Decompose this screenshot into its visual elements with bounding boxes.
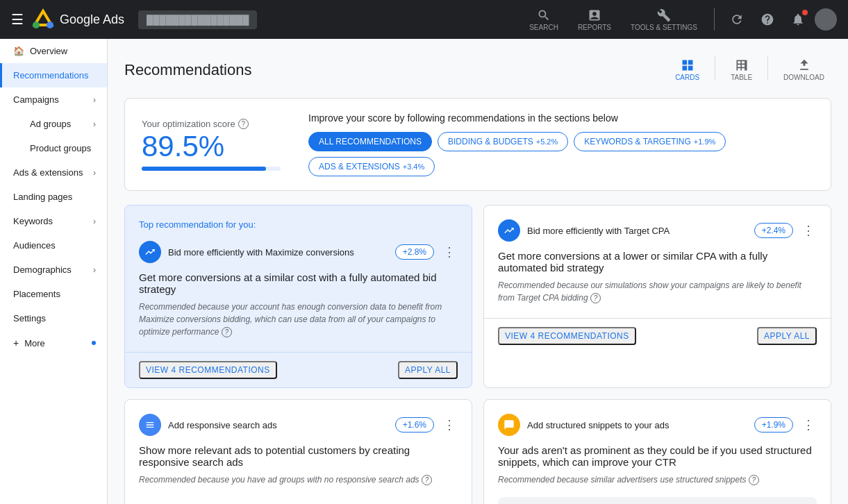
sidebar-item-campaigns[interactable]: Campaigns ›	[0, 87, 107, 112]
help-btn[interactable]	[754, 6, 781, 33]
sidebar-item-ad-groups[interactable]: Ad groups ›	[0, 112, 107, 136]
score-value: 89.5%	[142, 132, 281, 161]
tools-nav-btn[interactable]: TOOLS & SETTINGS	[622, 6, 706, 34]
page-header: Recommendations CARDS TABLE DOWNLOAD	[124, 56, 831, 84]
rec-right-bottom-desc: Recommended because similar advertisers …	[498, 473, 817, 486]
google-ads-logo: Google Ads	[32, 8, 124, 31]
sidebar-placements-label: Placements	[13, 289, 60, 299]
rec-left-bottom-header: Add responsive search ads +1.6% ⋮	[139, 414, 458, 436]
rec-right-top-help[interactable]: ?	[590, 293, 601, 303]
rec-left-top-apply-btn[interactable]: APPLY ALL	[398, 361, 458, 379]
sidebar-item-product-groups[interactable]: Product groups	[0, 136, 107, 160]
download-btn[interactable]: DOWNLOAD	[776, 56, 831, 84]
score-label: Your optimization score ?	[142, 119, 281, 129]
rec-right-top-desc: Recommended because our simulations show…	[498, 279, 817, 304]
sidebar-item-demographics[interactable]: Demographics ›	[0, 258, 107, 282]
filter-keywords-label: KEYWORDS & TARGETING	[584, 137, 691, 146]
rec-left-top-badge: +2.8%	[395, 244, 434, 260]
rec-card-right-bottom: Add structured snippets to your ads +1.9…	[483, 399, 831, 504]
sidebar-recommendations-label: Recommendations	[13, 70, 88, 81]
reports-label: REPORTS	[578, 24, 611, 31]
top-recommendation-label: Top recommendation for you:	[139, 219, 458, 230]
reports-nav-btn[interactable]: REPORTS	[570, 6, 620, 34]
table-label: TABLE	[731, 74, 752, 81]
score-section: Your optimization score ? 89.5% Improve …	[124, 98, 831, 191]
table-view-btn[interactable]: TABLE	[724, 56, 759, 84]
campaigns-chevron: ›	[93, 95, 96, 105]
rec-right-bottom-header: Add structured snippets to your ads +1.9…	[498, 414, 817, 436]
rec-left-top-title: Bid more efficiently with Maximize conve…	[168, 247, 388, 258]
keywords-chevron: ›	[93, 217, 96, 226]
filter-all-label: ALL RECOMMENDATIONS	[319, 137, 422, 146]
sidebar-ads-extensions-label: Ads & extensions	[13, 167, 83, 178]
refresh-btn[interactable]	[723, 6, 751, 33]
rec-left-bottom-menu[interactable]: ⋮	[441, 417, 458, 433]
sidebar-item-landing-pages[interactable]: Landing pages	[0, 185, 107, 209]
svg-point-1	[33, 22, 40, 28]
recommendations-grid: Top recommendation for you: Bid more eff…	[124, 205, 831, 504]
sidebar-ad-groups-label: Ad groups	[30, 119, 71, 129]
account-selector[interactable]: ████████████████	[138, 10, 257, 29]
view-divider	[715, 56, 715, 81]
rec-right-top-view-btn[interactable]: VIEW 4 RECOMMENDATIONS	[498, 327, 636, 345]
svg-point-2	[47, 22, 53, 28]
main-content: Recommendations CARDS TABLE DOWNLOAD You…	[108, 39, 848, 504]
rec-left-top-view-btn[interactable]: VIEW 4 RECOMMENDATIONS	[139, 361, 277, 379]
score-description: Improve your score by following recommen…	[308, 112, 814, 124]
filter-bidding-badge: +5.2%	[536, 137, 558, 146]
demographics-chevron: ›	[93, 265, 96, 275]
search-nav-btn[interactable]: SEARCH	[521, 6, 567, 34]
sidebar-demographics-label: Demographics	[13, 264, 72, 275]
rec-right-bottom-title: Add structured snippets to your ads	[527, 420, 747, 430]
page-title: Recommendations	[124, 61, 668, 79]
sidebar-overview-label: Overview	[30, 46, 67, 56]
top-nav-icons: SEARCH REPORTS TOOLS & SETTINGS	[521, 6, 837, 34]
filter-all-btn[interactable]: ALL RECOMMENDATIONS	[308, 132, 432, 151]
snippet-preview	[498, 497, 817, 504]
rec-left-top-help[interactable]: ?	[222, 327, 232, 337]
rec-left-top-icon	[139, 241, 161, 263]
user-avatar[interactable]	[815, 8, 837, 31]
sidebar-more-label: More	[24, 338, 45, 348]
cards-view-btn[interactable]: CARDS	[668, 56, 706, 84]
download-label: DOWNLOAD	[783, 74, 824, 81]
sidebar-product-groups-label: Product groups	[30, 143, 91, 153]
filter-keywords-btn[interactable]: KEYWORDS & TARGETING +1.9%	[574, 132, 726, 151]
rec-right-top-menu[interactable]: ⋮	[800, 222, 817, 239]
rec-right-top-apply-btn[interactable]: APPLY ALL	[757, 327, 817, 345]
sidebar-item-audiences[interactable]: Audiences	[0, 233, 107, 258]
header-actions: CARDS TABLE DOWNLOAD	[668, 56, 831, 84]
score-help-icon[interactable]: ?	[238, 119, 249, 129]
rec-left-bottom-title: Add responsive search ads	[168, 420, 388, 430]
plus-icon: +	[13, 337, 19, 348]
sidebar-item-keywords[interactable]: Keywords ›	[0, 209, 107, 233]
sidebar-item-more[interactable]: + More	[0, 330, 107, 355]
filter-bidding-btn[interactable]: BIDDING & BUDGETS +5.2%	[438, 132, 568, 151]
sidebar-item-placements[interactable]: Placements	[0, 282, 107, 306]
rec-left-bottom-help[interactable]: ?	[422, 475, 432, 485]
sidebar-item-overview[interactable]: 🏠 Overview	[0, 39, 107, 63]
rec-left-top-menu[interactable]: ⋮	[441, 244, 458, 260]
sidebar-item-recommendations[interactable]: Recommendations	[0, 63, 107, 87]
filter-ads-label: ADS & EXTENSIONS	[319, 162, 400, 171]
rec-right-bottom-menu[interactable]: ⋮	[800, 417, 817, 433]
sidebar-settings-label: Settings	[13, 313, 46, 324]
notification-dot	[802, 10, 808, 15]
rec-right-bottom-help[interactable]: ?	[749, 475, 759, 485]
logo-icon	[32, 8, 54, 31]
score-bar	[142, 167, 281, 171]
rec-card-left-top: Top recommendation for you: Bid more eff…	[124, 205, 472, 388]
notifications-btn[interactable]	[784, 6, 812, 33]
rec-left-top-heading: Get more conversions at a similar cost w…	[139, 271, 458, 295]
rec-right-top-actions: VIEW 4 RECOMMENDATIONS APPLY ALL	[484, 318, 831, 353]
filter-buttons: ALL RECOMMENDATIONS BIDDING & BUDGETS +5…	[308, 132, 814, 176]
filter-ads-btn[interactable]: ADS & EXTENSIONS +3.4%	[308, 157, 435, 176]
sidebar-landing-pages-label: Landing pages	[13, 192, 72, 202]
sidebar-item-ads-extensions[interactable]: Ads & extensions ›	[0, 160, 107, 185]
sidebar-item-settings[interactable]: Settings	[0, 306, 107, 330]
hamburger-menu[interactable]: ☰	[11, 11, 24, 28]
filter-bidding-label: BIDDING & BUDGETS	[448, 137, 533, 146]
rec-left-bottom-desc: Recommended because you have ad groups w…	[139, 473, 458, 486]
rec-right-top-header: Bid more efficiently with Target CPA +2.…	[498, 219, 817, 242]
rec-right-bottom-heading: Your ads aren't as prominent as they cou…	[498, 444, 817, 468]
